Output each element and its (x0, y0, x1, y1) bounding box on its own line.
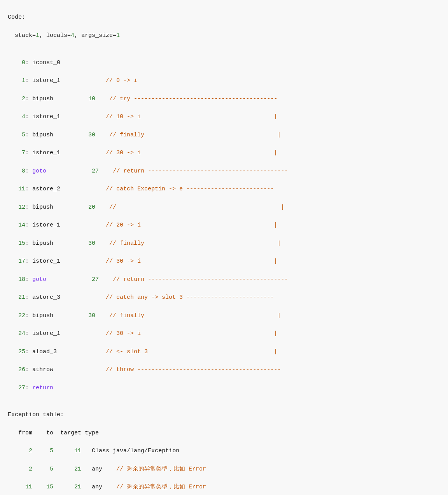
instr-24: 24: istore_1 // 30 -> i | (8, 329, 440, 338)
exception-row-3: 11 15 21 any // 剩余的异常类型，比如 Error (8, 483, 440, 492)
instr-12: 12: bipush 20 // | (8, 203, 440, 212)
instr-25: 25: aload_3 // <- slot 3 | (8, 347, 440, 356)
instr-1: 1: istore_1 // 0 -> i (8, 76, 440, 85)
instr-17: 17: istore_1 // 30 -> i | (8, 257, 440, 266)
instr-11: 11: astore_2 // catch Exceptin -> e ----… (8, 185, 440, 193)
instr-27: 27: return (8, 383, 440, 392)
instr-2: 2: bipush 10 // try --------------------… (8, 94, 440, 103)
instr-21: 21: astore_3 // catch any -> slot 3 ----… (8, 293, 440, 302)
instr-26: 26: athrow // throw --------------------… (8, 365, 440, 374)
instr-8: 8: goto 27 // return -------------------… (8, 167, 440, 176)
exception-row-2: 2 5 21 any // 剩余的异常类型，比如 Error (8, 465, 440, 474)
instr-5: 5: bipush 30 // finally | (8, 131, 440, 139)
exception-row-1: 2 5 11 Class java/lang/Exception (8, 446, 440, 455)
instr-22: 22: bipush 30 // finally | (8, 311, 440, 320)
instr-14: 14: istore_1 // 20 -> i | (8, 221, 440, 230)
exception-table-header: Exception table: (8, 410, 440, 419)
exception-table-cols: from to target type (8, 429, 440, 437)
instr-18: 18: goto 27 // return ------------------… (8, 275, 440, 284)
instr-15: 15: bipush 30 // finally | (8, 239, 440, 248)
header-line: Code: (8, 13, 440, 22)
instr-0: 0: iconst_0 (8, 58, 440, 67)
stack-line: stack=1, locals=4, args_size=1 (8, 31, 440, 40)
code-block: Code: stack=1, locals=4, args_size=1 0: … (8, 4, 440, 495)
instr-7: 7: istore_1 // 30 -> i | (8, 148, 440, 157)
instr-4: 4: istore_1 // 10 -> i | (8, 112, 440, 121)
